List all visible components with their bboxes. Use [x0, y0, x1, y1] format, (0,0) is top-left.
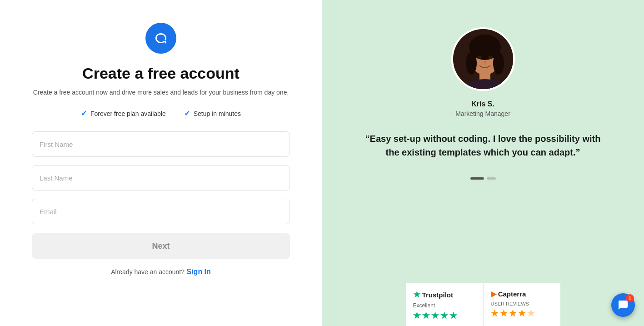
c-star-5 — [527, 309, 535, 317]
logo-container — [145, 23, 176, 54]
quote-text: “Easy set-up without coding. I love the … — [358, 132, 608, 159]
star-1 — [413, 311, 421, 320]
page-title: Create a free account — [82, 65, 240, 82]
svg-point-4 — [466, 52, 477, 75]
features-row: ✓ Forever free plan available ✓ Setup in… — [81, 109, 241, 118]
star-4 — [440, 311, 449, 320]
capterra-stars — [491, 309, 535, 317]
form-fields — [32, 131, 290, 224]
svg-point-10 — [488, 55, 493, 59]
avatar-image — [453, 29, 515, 91]
svg-point-11 — [484, 61, 486, 63]
dot-2 — [487, 177, 496, 180]
reviewer-title: Marketing Manager — [455, 110, 510, 117]
page-subtitle: Create a free account now and drive more… — [33, 88, 289, 97]
reviewer-name: Kris S. — [471, 100, 494, 108]
review-badges: ★ Trustpilot Excellent ▶ Capterra USER R… — [406, 283, 560, 326]
star-5 — [449, 311, 458, 320]
trustpilot-badge: ★ Trustpilot Excellent — [406, 283, 483, 326]
c-star-1 — [491, 309, 499, 317]
last-name-input[interactable] — [32, 165, 290, 191]
feature-free-plan: ✓ Forever free plan available — [81, 109, 166, 118]
c-star-3 — [509, 309, 517, 317]
capterra-label: USER REVIEWS — [491, 301, 529, 306]
svg-rect-8 — [464, 83, 505, 91]
trustpilot-logo: ★ Trustpilot — [413, 290, 454, 300]
svg-point-0 — [152, 30, 170, 47]
trustpilot-label: Excellent — [413, 302, 435, 309]
capterra-badge: ▶ Capterra USER REVIEWS — [484, 283, 560, 326]
email-input[interactable] — [32, 199, 290, 224]
next-button[interactable]: Next — [32, 233, 290, 259]
check-icon-1: ✓ — [81, 109, 87, 118]
feature-free-plan-label: Forever free plan available — [90, 110, 166, 117]
c-star-2 — [500, 309, 508, 317]
left-panel: Create a free account Create a free acco… — [0, 0, 322, 326]
dot-1 — [470, 177, 484, 180]
feature-setup-label: Setup in minutes — [194, 110, 241, 117]
star-2 — [422, 311, 430, 320]
chat-bubble-button[interactable]: 1 — [611, 293, 635, 317]
signin-link[interactable]: Sign In — [187, 268, 211, 276]
logo-icon — [152, 30, 170, 47]
avatar — [451, 27, 515, 91]
signin-text: Already have an account? — [111, 268, 185, 276]
star-3 — [431, 311, 439, 320]
svg-point-5 — [493, 52, 504, 75]
first-name-input[interactable] — [32, 131, 290, 157]
app-logo — [145, 23, 176, 54]
c-star-4 — [518, 309, 526, 317]
svg-point-9 — [477, 55, 482, 59]
signin-row: Already have an account? Sign In — [111, 268, 211, 276]
slider-dots — [470, 177, 496, 180]
trustpilot-stars — [413, 311, 458, 320]
notification-badge: 1 — [626, 294, 634, 302]
feature-setup: ✓ Setup in minutes — [184, 109, 241, 118]
check-icon-2: ✓ — [184, 109, 190, 118]
capterra-logo: ▶ Capterra — [491, 290, 526, 298]
right-panel: Kris S. Marketing Manager “Easy set-up w… — [322, 0, 644, 326]
